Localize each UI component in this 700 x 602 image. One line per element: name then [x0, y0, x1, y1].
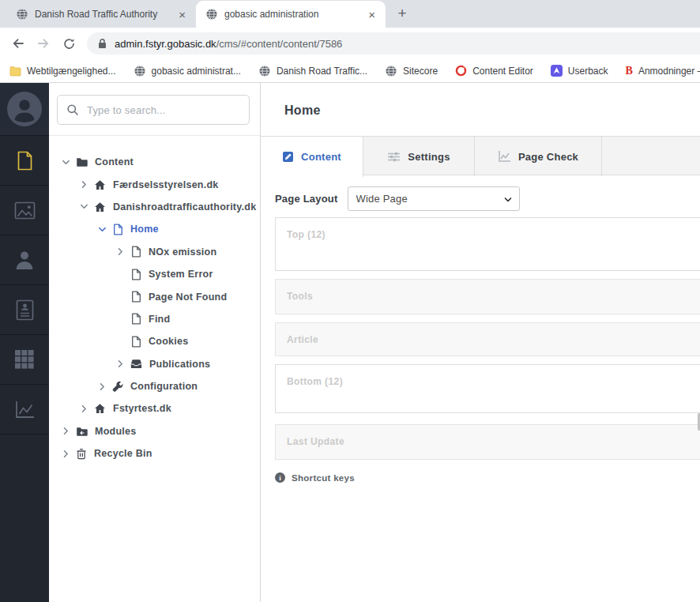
tree-item-find[interactable]: Find — [49, 308, 260, 330]
avatar-icon — [7, 92, 42, 126]
file-icon — [130, 269, 141, 280]
chevron-right-icon[interactable] — [78, 403, 90, 415]
line-chart-icon — [498, 150, 511, 163]
trash-icon — [76, 448, 87, 460]
chevron-right-icon[interactable] — [78, 179, 90, 190]
browser-toolbar: admin.fstyr.gobasic.dk/cms/#content/cont… — [0, 28, 700, 59]
edit-icon — [282, 151, 294, 163]
placeholder-article[interactable]: Article — [275, 322, 700, 356]
new-tab-icon[interactable]: + — [392, 3, 412, 24]
url-bar[interactable]: admin.fstyr.gobasic.dk/cms/#content/cont… — [87, 32, 700, 55]
tree-item-nox-emission[interactable]: NOx emission — [49, 241, 260, 263]
file-icon — [112, 224, 123, 235]
grid-icon — [14, 349, 35, 370]
bookmark-sitecore[interactable]: Sitecore — [385, 65, 438, 77]
tree-item-page-not-found[interactable]: Page Not Found — [49, 285, 260, 307]
content-tree-panel: Content Færdselsstyrelsen.dk Danishroadt… — [49, 83, 261, 602]
chevron-right-icon[interactable] — [60, 425, 72, 437]
chevron-down-icon[interactable] — [60, 156, 72, 168]
wrench-icon — [112, 381, 123, 393]
chevron-right-icon[interactable] — [96, 381, 108, 393]
image-icon — [14, 201, 36, 220]
bookmark-userback[interactable]: Userback — [551, 65, 608, 77]
tree-item-modules[interactable]: Modules — [49, 420, 260, 442]
forward-icon[interactable] — [32, 32, 55, 55]
home-icon — [94, 201, 106, 213]
tree-item-system-error[interactable]: System Error — [49, 263, 260, 285]
home-icon — [94, 179, 106, 190]
tree-item-configuration[interactable]: Configuration — [49, 375, 260, 397]
placeholder-top-12[interactable]: Top (12) — [275, 217, 700, 271]
chevron-right-icon[interactable] — [60, 448, 72, 460]
placeholder-last-update[interactable]: Last Update — [275, 424, 700, 460]
chevron-right-icon[interactable] — [115, 358, 126, 370]
home-icon — [94, 403, 106, 414]
page-title: Home — [284, 103, 321, 117]
file-icon — [130, 246, 141, 258]
contact-card-icon — [16, 299, 34, 321]
chevron-down-icon[interactable] — [96, 224, 108, 235]
browser-tab-strip: Danish Road Traffic Authority × gobasic … — [0, 0, 700, 28]
tab-bar-filler — [602, 137, 700, 176]
rail-item-image[interactable] — [0, 186, 49, 235]
rail-item-grid[interactable] — [0, 335, 49, 385]
file-icon — [130, 291, 141, 303]
tree-item-publications[interactable]: Publications — [49, 353, 260, 375]
tree-item-recycle-bin[interactable]: Recycle Bin — [49, 442, 260, 465]
lock-icon — [98, 38, 107, 49]
tab-content[interactable]: Content — [261, 137, 363, 177]
document-icon — [15, 150, 35, 171]
page-layout-select[interactable]: Wide Page — [348, 186, 520, 211]
tab-page-check[interactable]: Page Check — [475, 137, 602, 176]
bookmark-anmodninger-ber[interactable]: B Anmodninger – Ber — [626, 65, 700, 77]
shortcut-keys-link[interactable]: i Shortcut keys — [275, 472, 700, 483]
tree-item-f-rdselsstyrelsen-dk[interactable]: Færdselsstyrelsen.dk — [49, 173, 260, 195]
red-ring-icon — [455, 65, 467, 77]
rail-item-person[interactable] — [0, 235, 49, 285]
tab-close-icon[interactable]: × — [176, 8, 188, 21]
tree-item-cookies[interactable]: Cookies — [49, 330, 260, 352]
rail-item-chart[interactable] — [0, 385, 49, 435]
tab-close-icon[interactable]: × — [366, 8, 378, 21]
back-icon[interactable] — [6, 32, 30, 55]
browser-tab-gobasic-administration[interactable]: gobasic administration × — [196, 1, 386, 28]
folder-bookmark-icon — [9, 66, 21, 77]
modules-icon — [76, 426, 88, 437]
chevron-down-icon[interactable] — [78, 201, 90, 213]
placeholder-tools[interactable]: Tools — [275, 279, 700, 314]
bookmark-gobasic-administrat[interactable]: gobasic administrat... — [134, 65, 241, 77]
bookmark-content-editor[interactable]: Content Editor — [455, 65, 533, 77]
globe-icon — [258, 65, 271, 77]
file-icon — [130, 336, 141, 348]
rail-item-document[interactable] — [0, 136, 49, 186]
chevron-right-icon[interactable] — [115, 246, 126, 258]
search-input[interactable] — [57, 95, 250, 125]
globe-icon — [205, 8, 218, 21]
app-side-rail — [0, 83, 49, 602]
browser-tab-danish-road-traffic-authority[interactable]: Danish Road Traffic Authority × — [6, 1, 196, 28]
globe-icon — [16, 8, 28, 21]
letter-b-icon: B — [626, 65, 633, 77]
reload-icon[interactable] — [57, 32, 81, 55]
bookmark-danish-road-traffic[interactable]: Danish Road Traffic... — [258, 65, 367, 77]
tree-item-danishroadtrafficauthority-dk[interactable]: Danishroadtrafficauthority.dk — [49, 196, 260, 218]
url-text: admin.fstyr.gobasic.dk/cms/#content/cont… — [115, 38, 342, 50]
folder-icon — [76, 156, 88, 167]
chart-icon — [14, 400, 36, 420]
globe-icon — [134, 65, 146, 77]
person-icon — [15, 250, 34, 270]
tree-item-home[interactable]: Home — [49, 218, 260, 240]
file-icon — [130, 313, 141, 325]
rail-item-avatar[interactable] — [0, 83, 49, 136]
tree-item-content[interactable]: Content — [49, 151, 260, 173]
placeholder-bottom-12[interactable]: Bottom (12) — [275, 364, 700, 413]
bookmark-webtilg-ngelighed[interactable]: Webtilgængelighed... — [9, 66, 116, 77]
userback-icon — [551, 65, 563, 77]
tab-settings[interactable]: Settings — [363, 137, 475, 176]
page-header: Home — [261, 83, 700, 136]
sliders-icon — [387, 151, 401, 163]
page-layout-label: Page Layout — [275, 193, 338, 205]
rail-item-contact-card[interactable] — [0, 285, 49, 335]
tree-item-fstyrtest-dk[interactable]: Fstyrtest.dk — [49, 397, 260, 420]
bookmarks-bar: Webtilgængelighed... gobasic administrat… — [0, 59, 700, 83]
